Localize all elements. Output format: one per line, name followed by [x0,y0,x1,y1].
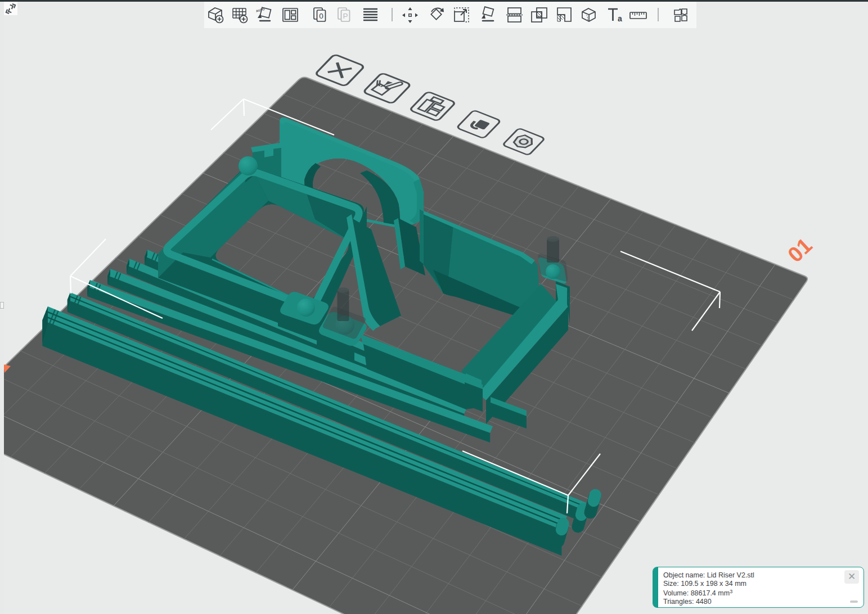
svg-text:P: P [343,12,348,20]
svg-text:0: 0 [319,12,323,20]
svg-text:AUTO: AUTO [255,7,265,13]
svg-text:a: a [618,14,622,23]
